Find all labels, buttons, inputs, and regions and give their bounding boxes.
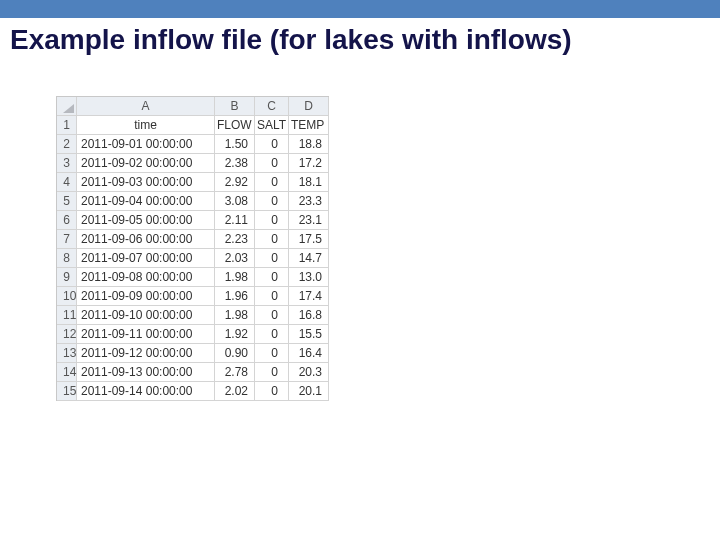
- cell-temp[interactable]: 20.3: [289, 363, 329, 382]
- row-header[interactable]: 14: [57, 363, 77, 382]
- table-row: 10 2011-09-09 00:00:00 1.96 0 17.4: [57, 287, 329, 306]
- table-row: 8 2011-09-07 00:00:00 2.03 0 14.7: [57, 249, 329, 268]
- cell-salt[interactable]: 0: [255, 363, 289, 382]
- cell-time[interactable]: 2011-09-03 00:00:00: [77, 173, 215, 192]
- cell-temp[interactable]: 18.1: [289, 173, 329, 192]
- cell-flow[interactable]: 2.38: [215, 154, 255, 173]
- cell-salt[interactable]: 0: [255, 268, 289, 287]
- table-row: 9 2011-09-08 00:00:00 1.98 0 13.0: [57, 268, 329, 287]
- cell-time[interactable]: 2011-09-07 00:00:00: [77, 249, 215, 268]
- table-row: 6 2011-09-05 00:00:00 2.11 0 23.1: [57, 211, 329, 230]
- row-header[interactable]: 8: [57, 249, 77, 268]
- cell-temp[interactable]: 20.1: [289, 382, 329, 401]
- cell-time[interactable]: 2011-09-02 00:00:00: [77, 154, 215, 173]
- cell-temp[interactable]: 23.1: [289, 211, 329, 230]
- row-header[interactable]: 2: [57, 135, 77, 154]
- cell-salt[interactable]: 0: [255, 306, 289, 325]
- cell-flow[interactable]: 1.96: [215, 287, 255, 306]
- cell-header-time[interactable]: time: [77, 116, 215, 135]
- cell-temp[interactable]: 13.0: [289, 268, 329, 287]
- cell-flow[interactable]: 2.11: [215, 211, 255, 230]
- cell-flow[interactable]: 1.50: [215, 135, 255, 154]
- column-header-a[interactable]: A: [77, 97, 215, 116]
- table-row: 4 2011-09-03 00:00:00 2.92 0 18.1: [57, 173, 329, 192]
- cell-salt[interactable]: 0: [255, 230, 289, 249]
- table-row: 3 2011-09-02 00:00:00 2.38 0 17.2: [57, 154, 329, 173]
- table-row: 2 2011-09-01 00:00:00 1.50 0 18.8: [57, 135, 329, 154]
- cell-temp[interactable]: 15.5: [289, 325, 329, 344]
- cell-temp[interactable]: 17.2: [289, 154, 329, 173]
- table-row: 5 2011-09-04 00:00:00 3.08 0 23.3: [57, 192, 329, 211]
- row-header[interactable]: 15: [57, 382, 77, 401]
- cell-temp[interactable]: 16.8: [289, 306, 329, 325]
- cell-temp[interactable]: 16.4: [289, 344, 329, 363]
- column-header-d[interactable]: D: [289, 97, 329, 116]
- cell-flow[interactable]: 0.90: [215, 344, 255, 363]
- cell-time[interactable]: 2011-09-08 00:00:00: [77, 268, 215, 287]
- cell-time[interactable]: 2011-09-06 00:00:00: [77, 230, 215, 249]
- cell-temp[interactable]: 17.5: [289, 230, 329, 249]
- cell-salt[interactable]: 0: [255, 382, 289, 401]
- cell-header-salt[interactable]: SALT: [255, 116, 289, 135]
- cell-time[interactable]: 2011-09-09 00:00:00: [77, 287, 215, 306]
- row-header[interactable]: 7: [57, 230, 77, 249]
- cell-header-flow[interactable]: FLOW: [215, 116, 255, 135]
- row-header[interactable]: 1: [57, 116, 77, 135]
- slide-title: Example inflow file (for lakes with infl…: [0, 18, 720, 56]
- cell-time[interactable]: 2011-09-01 00:00:00: [77, 135, 215, 154]
- table-row: 14 2011-09-13 00:00:00 2.78 0 20.3: [57, 363, 329, 382]
- row-header[interactable]: 13: [57, 344, 77, 363]
- column-header-row: A B C D: [57, 97, 329, 116]
- cell-time[interactable]: 2011-09-11 00:00:00: [77, 325, 215, 344]
- row-header[interactable]: 5: [57, 192, 77, 211]
- table-row: 12 2011-09-11 00:00:00 1.92 0 15.5: [57, 325, 329, 344]
- cell-salt[interactable]: 0: [255, 135, 289, 154]
- table-row: 7 2011-09-06 00:00:00 2.23 0 17.5: [57, 230, 329, 249]
- cell-header-temp[interactable]: TEMP: [289, 116, 329, 135]
- cell-flow[interactable]: 3.08: [215, 192, 255, 211]
- cell-flow[interactable]: 2.92: [215, 173, 255, 192]
- row-header[interactable]: 4: [57, 173, 77, 192]
- row-header[interactable]: 10: [57, 287, 77, 306]
- row-header[interactable]: 3: [57, 154, 77, 173]
- cell-salt[interactable]: 0: [255, 287, 289, 306]
- table-row: 13 2011-09-12 00:00:00 0.90 0 16.4: [57, 344, 329, 363]
- cell-temp[interactable]: 17.4: [289, 287, 329, 306]
- cell-time[interactable]: 2011-09-14 00:00:00: [77, 382, 215, 401]
- cell-salt[interactable]: 0: [255, 211, 289, 230]
- cell-flow[interactable]: 2.78: [215, 363, 255, 382]
- table-row: 11 2011-09-10 00:00:00 1.98 0 16.8: [57, 306, 329, 325]
- select-all-corner[interactable]: [57, 97, 77, 116]
- cell-salt[interactable]: 0: [255, 249, 289, 268]
- cell-salt[interactable]: 0: [255, 173, 289, 192]
- cell-time[interactable]: 2011-09-10 00:00:00: [77, 306, 215, 325]
- row-header[interactable]: 9: [57, 268, 77, 287]
- column-header-c[interactable]: C: [255, 97, 289, 116]
- cell-time[interactable]: 2011-09-05 00:00:00: [77, 211, 215, 230]
- row-header[interactable]: 6: [57, 211, 77, 230]
- cell-temp[interactable]: 23.3: [289, 192, 329, 211]
- table-row: 1 time FLOW SALT TEMP: [57, 116, 329, 135]
- cell-temp[interactable]: 14.7: [289, 249, 329, 268]
- row-header[interactable]: 12: [57, 325, 77, 344]
- cell-time[interactable]: 2011-09-13 00:00:00: [77, 363, 215, 382]
- cell-flow[interactable]: 2.02: [215, 382, 255, 401]
- cell-flow[interactable]: 1.92: [215, 325, 255, 344]
- cell-salt[interactable]: 0: [255, 325, 289, 344]
- cell-salt[interactable]: 0: [255, 192, 289, 211]
- slide-accent-bar: [0, 0, 720, 18]
- cell-salt[interactable]: 0: [255, 154, 289, 173]
- cell-flow[interactable]: 1.98: [215, 306, 255, 325]
- cell-time[interactable]: 2011-09-04 00:00:00: [77, 192, 215, 211]
- row-header[interactable]: 11: [57, 306, 77, 325]
- cell-time[interactable]: 2011-09-12 00:00:00: [77, 344, 215, 363]
- cell-flow[interactable]: 1.98: [215, 268, 255, 287]
- cell-temp[interactable]: 18.8: [289, 135, 329, 154]
- cell-flow[interactable]: 2.23: [215, 230, 255, 249]
- cell-flow[interactable]: 2.03: [215, 249, 255, 268]
- table-row: 15 2011-09-14 00:00:00 2.02 0 20.1: [57, 382, 329, 401]
- spreadsheet-table: A B C D 1 time FLOW SALT TEMP 2 2011-09-…: [56, 96, 329, 401]
- column-header-b[interactable]: B: [215, 97, 255, 116]
- cell-salt[interactable]: 0: [255, 344, 289, 363]
